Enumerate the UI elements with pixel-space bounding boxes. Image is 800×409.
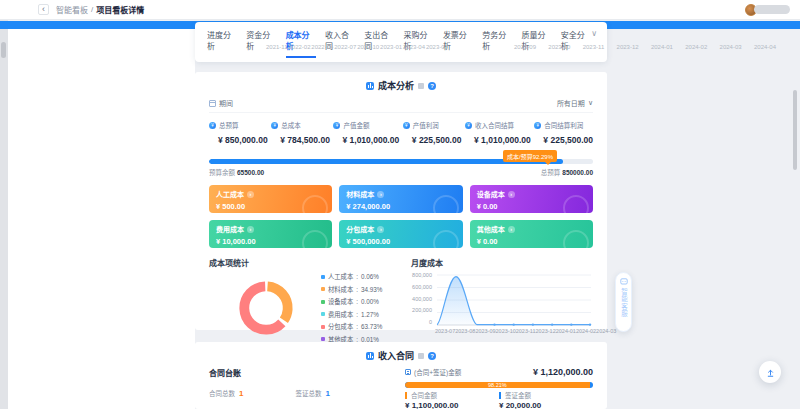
legend-item: 材料成本:34.93% xyxy=(321,285,382,294)
breadcrumb-separator: / xyxy=(91,5,93,14)
y-tick: 800,000 xyxy=(412,272,432,278)
stat-value: 1 xyxy=(239,389,243,398)
cost-card-value: ¥ 0.00 xyxy=(477,237,586,246)
y-tick: 400,000 xyxy=(412,296,432,302)
visa-amount-legend: 签证金额 ¥ 20,000.00 xyxy=(499,392,593,409)
date-tick: 2023-01 xyxy=(380,44,402,50)
date-tick: 2023-04 xyxy=(403,44,425,50)
date-tick: 2023-10 xyxy=(548,44,570,50)
legend-dot xyxy=(321,337,325,341)
cost-cards-grid: 人工成本 › ¥ 500.00 材料成本 › ¥ 274,000.00 设备成本… xyxy=(209,185,593,248)
yen-icon xyxy=(209,122,216,129)
card-expense-cost[interactable]: 费用成本 › ¥ 10,000.00 xyxy=(209,220,332,248)
amount-label: (合同+签证)金额 xyxy=(414,367,461,377)
legend-dot xyxy=(321,325,325,329)
date-range-filter[interactable]: 所有日期 ∨ xyxy=(557,98,593,108)
date-tick: 2024-04 xyxy=(754,44,776,50)
legend-value: ¥ 1,100,000.00 xyxy=(405,401,499,409)
cost-analysis-card: 成本分析 ? 期间 所有日期 ∨ 总预算 ¥ 850,000.00 总成本 ¥ … xyxy=(195,72,607,330)
tab-labor-analysis[interactable]: 劳务分析 xyxy=(482,29,512,58)
card-equipment-cost[interactable]: 设备成本 › ¥ 0.00 xyxy=(470,185,593,213)
service-helper-tab[interactable]: 智能客服 xyxy=(615,272,632,332)
x-tick: 2024-01 xyxy=(556,328,576,334)
budget-progress: 成本/预算92.29% 预算余额65500.00 总预算850000.00 xyxy=(209,159,593,177)
kpi-value: ¥ 225,500.00 xyxy=(534,135,593,145)
cost-kpi-row: 总预算 ¥ 850,000.00 总成本 ¥ 784,500.00 产值金额 ¥… xyxy=(209,120,593,145)
legend-pct: 0.00% xyxy=(361,298,379,305)
calendar-icon xyxy=(209,100,216,107)
cost-card-label: 费用成本 xyxy=(216,224,244,234)
cost-card-value: ¥ 500.00 xyxy=(216,202,325,211)
pin-icon xyxy=(418,83,424,89)
left-scrollbar-thumb[interactable] xyxy=(1,42,6,58)
chevron-down-icon[interactable]: ∨ xyxy=(591,29,597,38)
card-labor-cost[interactable]: 人工成本 › ¥ 500.00 xyxy=(209,185,332,213)
service-tab-label: 智能客服 xyxy=(619,288,629,318)
back-to-top-button[interactable] xyxy=(759,361,781,383)
username-pill[interactable] xyxy=(754,5,790,14)
yen-icon xyxy=(333,122,340,129)
cost-section-header: 成本分析 ? xyxy=(209,72,593,92)
breadcrumb: 智能看板 / 项目看板详情 xyxy=(56,4,144,15)
monthly-x-axis: 2023-07 2023-08 2023-09 2023-10 2023-11 … xyxy=(435,328,593,334)
kpi-value: ¥ 1,010,000.00 xyxy=(465,135,531,145)
monthly-cost-area-chart xyxy=(435,271,593,327)
help-icon[interactable]: ? xyxy=(428,352,436,360)
monthly-y-axis: 800,000 600,000 400,000 200,000 0 xyxy=(411,271,435,325)
card-subcontract-cost[interactable]: 分包成本 › ¥ 500,000.00 xyxy=(339,220,462,248)
monthly-cost-block: 月度成本 800,000 600,000 400,000 200,000 0 xyxy=(401,257,593,344)
kpi-label: 总成本 xyxy=(281,120,301,130)
x-tick: 2023-07 xyxy=(435,328,455,334)
cost-card-label: 人工成本 xyxy=(216,189,244,199)
cost-charts-row: 成本项统计 人工成本:0.06% 材料成本:34.93% 设备成本:0.00% xyxy=(209,257,593,344)
legend-value: ¥ 20,000.00 xyxy=(499,401,593,409)
yen-icon xyxy=(403,122,410,129)
budget-remaining-label: 预算余额 xyxy=(209,169,235,176)
cost-item-stats-block: 成本项统计 人工成本:0.06% 材料成本:34.93% 设备成本:0.00% xyxy=(209,257,401,344)
legend-item: 人工成本:0.06% xyxy=(321,272,382,281)
page-scrollbar-thumb[interactable] xyxy=(793,90,797,170)
legend-pct: 34.93% xyxy=(361,286,382,293)
contract-visa-bar: 98.21% xyxy=(405,382,593,388)
analysis-tab-panel: 进度分析 资金分析 成本分析 收入合同 支出合同 采购分析 发票分析 劳务分析 … xyxy=(195,22,607,62)
stat-label: 合同总数 xyxy=(209,390,235,397)
help-icon[interactable]: ? xyxy=(428,82,436,90)
ledger-title: 合同台账 xyxy=(209,367,405,378)
tab-progress-analysis[interactable]: 进度分析 xyxy=(207,29,237,58)
cost-budget-ratio-badge: 成本/预算92.29% xyxy=(503,150,557,162)
legend-pct: 1.27% xyxy=(361,311,379,318)
kpi-label: 总预算 xyxy=(219,120,239,130)
legend-item: 分包成本:63.73% xyxy=(321,322,382,331)
contract-bar-fill: 98.21% xyxy=(405,382,590,388)
background-axis-dates-right: 2023-09 2023-10 2023-11 2023-12 2024-01 … xyxy=(514,44,776,50)
arrow-right-icon: › xyxy=(247,226,254,233)
legend-label: 材料成本 xyxy=(328,285,353,294)
budget-total-label: 总预算 xyxy=(541,169,561,176)
card-material-cost[interactable]: 材料成本 › ¥ 274,000.00 xyxy=(339,185,462,213)
kpi-settlement-profit: 合同结算利润 ¥ 225,500.00 xyxy=(534,120,593,145)
cost-card-label: 材料成本 xyxy=(346,189,374,199)
y-tick: 600,000 xyxy=(412,284,432,290)
contract-amount-legend: 合同金额 ¥ 1,100,000.00 xyxy=(405,392,499,409)
income-section-header: 收入合同 ? xyxy=(209,342,593,362)
left-scrollbar-track[interactable] xyxy=(0,20,8,409)
legend-label: 人工成本 xyxy=(328,272,353,281)
legend-dot xyxy=(321,287,325,291)
budget-progress-labels: 预算余额65500.00 总预算850000.00 xyxy=(209,167,593,177)
date-tick: 2021-11 xyxy=(266,44,288,50)
cost-card-label: 其他成本 xyxy=(477,224,505,234)
back-button[interactable]: ‹ xyxy=(38,4,49,15)
background-panel xyxy=(8,29,195,409)
x-tick: 2023-12 xyxy=(536,328,556,334)
kpi-value: ¥ 784,500.00 xyxy=(271,135,330,145)
budget-total-value: 850000.00 xyxy=(562,169,593,176)
cost-card-label: 设备成本 xyxy=(477,189,505,199)
x-tick: 2024-02 xyxy=(576,328,596,334)
contract-amount-block: (合同+签证)金额 ¥ 1,120,000.00 98.21% 合同金额 ¥ 1… xyxy=(405,367,593,409)
breadcrumb-root[interactable]: 智能看板 xyxy=(56,4,88,15)
card-other-cost[interactable]: 其他成本 › ¥ 0.00 xyxy=(470,220,593,248)
kpi-value: ¥ 1,010,000.00 xyxy=(333,135,399,145)
legend-item: 费用成本:1.27% xyxy=(321,310,382,319)
amount-value: ¥ 1,120,000.00 xyxy=(533,367,593,377)
yen-icon xyxy=(534,122,541,129)
